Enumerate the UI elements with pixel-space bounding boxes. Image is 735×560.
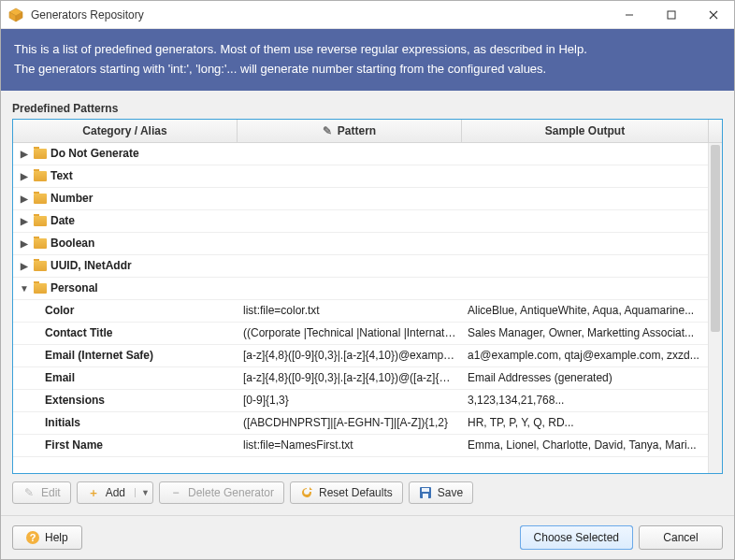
category-row[interactable]: ▼Personal [13,278,722,300]
patterns-table: Category / Alias ✎Pattern Sample Output … [12,119,723,474]
alias-cell: Color [13,304,238,317]
pencil-icon: ✎ [323,124,332,137]
chevron-down-icon[interactable]: ▼ [135,488,150,497]
section-label: Predefined Patterns [12,102,723,115]
alias-cell: Email [13,371,238,384]
table-row[interactable]: Color list:file=color.txt AliceBlue, Ant… [13,300,722,323]
minus-icon: − [169,486,182,499]
info-banner: This is a list of predefined generators.… [1,29,734,91]
reset-defaults-button[interactable]: Reset Defaults [290,481,403,504]
app-icon [8,7,23,22]
alias-cell: Contact Title [13,326,238,339]
chevron-down-icon[interactable]: ▼ [19,283,30,294]
save-button[interactable]: Save [409,481,473,504]
minimize-button[interactable] [608,1,650,28]
pattern-cell: ((Corporate |Technical |National |Intern… [238,326,462,339]
sample-cell: Emma, Lionel, Charlotte, David, Tanya, M… [462,438,722,452]
action-toolbar: ✎ Edit ＋ Add ▼ − Delete Generator Reset … [12,474,723,515]
cancel-button[interactable]: Cancel [639,525,723,550]
category-row[interactable]: ▶Do Not Generate [13,143,722,165]
table-row[interactable]: Extensions [0-9]{1,3} 3,123,134,21,768..… [13,390,722,412]
folder-icon [34,171,47,181]
svg-rect-9 [422,488,429,492]
folder-icon [34,261,47,271]
chevron-right-icon[interactable]: ▶ [19,194,30,204]
chevron-right-icon[interactable]: ▶ [19,171,30,181]
folder-icon [34,149,47,159]
category-row[interactable]: ▶UUID, INetAddr [13,255,722,278]
svg-marker-7 [310,487,312,490]
banner-line-1: This is a list of predefined generators.… [14,40,721,60]
alias-cell: First Name [13,438,238,452]
sample-cell: 3,123,134,21,768... [462,394,722,407]
category-row[interactable]: ▶Boolean [13,233,722,255]
window-title: Generators Repository [31,8,608,22]
folder-icon [34,283,47,294]
svg-rect-10 [423,494,428,498]
table-body: ▶Do Not Generate ▶Text ▶Number ▶Date ▶Bo… [13,143,722,473]
pattern-cell: list:file=NamesFirst.txt [238,438,462,452]
sample-cell: Email Addresses (generated) [462,371,722,384]
table-row[interactable]: Email [a-z]{4,8}([0-9]{0,3}|.[a-z]{4,10}… [13,367,722,390]
chevron-right-icon[interactable]: ▶ [19,216,30,226]
sample-cell: HR, TP, P, Y, Q, RD... [462,416,722,429]
category-row[interactable]: ▶Date [13,210,722,233]
chevron-right-icon[interactable]: ▶ [19,261,30,271]
banner-line-2: The generators starting with 'int:', 'lo… [14,60,721,79]
alias-cell: Email (Internet Safe) [13,349,238,362]
sample-cell: Sales Manager, Owner, Marketting Associa… [462,326,722,339]
vertical-scrollbar[interactable] [708,143,722,473]
pattern-cell: [a-z]{4,8}([0-9]{0,3}|.[a-z]{4,10})@([a-… [238,371,462,384]
column-header-pattern[interactable]: ✎Pattern [238,120,462,142]
help-button[interactable]: ? Help [12,525,82,550]
table-row[interactable]: Contact Title ((Corporate |Technical |Na… [13,323,722,345]
folder-icon [34,194,47,204]
table-row[interactable]: First Name list:file=NamesFirst.txt Emma… [13,435,722,457]
column-header-category[interactable]: Category / Alias [13,120,238,142]
table-row[interactable]: Initials ([ABCDHNPRST]|[A-EGHN-T]|[A-Z])… [13,412,722,435]
dialog-footer: ? Help Choose Selected Cancel [1,515,734,559]
sample-cell: a1@example.com, qtaj@example.com, zxzd..… [462,349,722,362]
chevron-right-icon[interactable]: ▶ [19,238,30,249]
pattern-cell: [0-9]{1,3} [238,394,462,407]
pattern-cell: ([ABCDHNPRST]|[A-EGHN-T]|[A-Z]){1,2} [238,416,462,429]
table-row[interactable]: Email (Internet Safe) [a-z]{4,8}([0-9]{0… [13,345,722,367]
svg-rect-4 [668,11,675,19]
category-row[interactable]: ▶Text [13,165,722,188]
header-scroll-spacer [708,120,722,142]
pattern-cell: list:file=color.txt [238,304,462,317]
add-split-button[interactable]: ＋ Add ▼ [77,481,153,504]
choose-selected-button[interactable]: Choose Selected [520,525,633,550]
chevron-right-icon[interactable]: ▶ [19,149,30,159]
edit-button[interactable]: ✎ Edit [12,481,71,504]
close-button[interactable] [692,1,734,28]
pencil-icon: ✎ [22,486,36,499]
content-area: Predefined Patterns Category / Alias ✎Pa… [1,91,734,515]
maximize-button[interactable] [650,1,692,28]
plus-icon: ＋ [87,486,100,499]
alias-cell: Extensions [13,394,238,407]
sample-cell: AliceBlue, AntiqueWhite, Aqua, Aquamarin… [462,304,722,317]
category-row[interactable]: ▶Number [13,188,722,210]
scrollbar-thumb[interactable] [711,145,720,332]
title-bar: Generators Repository [1,1,734,29]
help-icon: ? [26,531,39,544]
delete-generator-button[interactable]: − Delete Generator [159,481,284,504]
table-header: Category / Alias ✎Pattern Sample Output [13,120,722,143]
folder-icon [34,238,47,249]
alias-cell: Initials [13,416,238,429]
folder-icon [34,216,47,226]
column-header-sample[interactable]: Sample Output [462,120,708,142]
refresh-icon [300,486,313,499]
floppy-icon [419,486,432,499]
pattern-cell: [a-z]{4,8}([0-9]{0,3}|.[a-z]{4,10})@exam… [238,349,462,362]
